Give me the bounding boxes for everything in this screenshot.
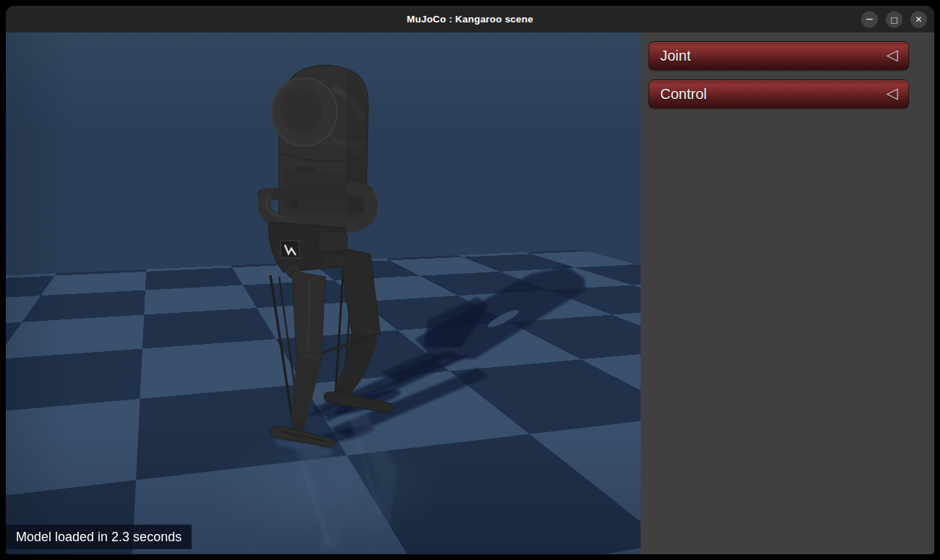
window-title: MuJoCo : Kangaroo scene (407, 14, 534, 25)
close-icon: ✕ (915, 15, 922, 24)
collapse-triangle-icon: ◁ (886, 86, 898, 101)
minimize-button[interactable]: − (861, 11, 878, 27)
sidebar: Joint ◁ Control ◁ (641, 33, 934, 554)
status-message: Model loaded in 2.3 seconds (6, 525, 192, 549)
maximize-button[interactable]: □ (886, 11, 902, 27)
maximize-icon: □ (890, 15, 897, 23)
app-window: MuJoCo : Kangaroo scene − □ ✕ (6, 6, 934, 554)
window-controls: − □ ✕ (861, 11, 927, 27)
main-area: Model loaded in 2.3 seconds Joint ◁ Cont… (6, 33, 934, 554)
section-label: Control (649, 86, 706, 103)
section-label: Joint (649, 48, 691, 64)
section-button-control[interactable]: Control ◁ (649, 79, 909, 108)
scene-viewport[interactable]: Model loaded in 2.3 seconds (6, 33, 641, 554)
collapse-triangle-icon: ◁ (886, 48, 898, 63)
minimize-icon: − (866, 14, 874, 24)
titlebar[interactable]: MuJoCo : Kangaroo scene − □ ✕ (6, 6, 934, 33)
robot-reflection (197, 411, 450, 550)
robot-scene-overlay (6, 33, 641, 554)
close-button[interactable]: ✕ (910, 11, 927, 27)
section-button-joint[interactable]: Joint ◁ (649, 41, 909, 70)
